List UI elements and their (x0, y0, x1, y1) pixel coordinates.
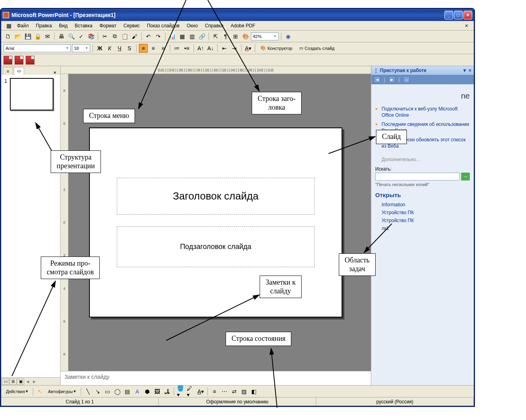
recent-link-1[interactable]: Устройство ПК (375, 209, 470, 217)
select-icon[interactable]: ↖ (36, 387, 44, 396)
menu-insert[interactable]: Вставка (72, 22, 96, 29)
notes-pane[interactable]: Заметки к слайду (61, 371, 371, 385)
aligncenter-icon[interactable]: ≡ (149, 44, 158, 53)
paste-icon[interactable]: 📋 (120, 32, 129, 41)
outline-tab[interactable]: ≡ (3, 67, 13, 75)
menu-format[interactable]: Формат (96, 22, 120, 29)
3d-icon[interactable]: ◧ (250, 387, 258, 396)
slide[interactable]: Заголовок слайда Подзаголовок слайда (89, 127, 342, 317)
shadow-icon[interactable]: S (125, 44, 134, 53)
new-icon[interactable]: 🗋 (4, 32, 12, 41)
clipart-icon[interactable]: 🖼 (153, 387, 161, 396)
line-icon[interactable]: ╲ (84, 387, 92, 396)
lineweight-icon[interactable]: ≡ (210, 387, 219, 396)
tp-link-connect[interactable]: Подключиться к веб-узлу Microsoft Office… (375, 105, 470, 120)
title-placeholder[interactable]: Заголовок слайда (117, 178, 315, 215)
mdi-close-button[interactable]: × (463, 22, 471, 30)
color-icon[interactable]: 🎨 (241, 32, 250, 41)
numbering-icon[interactable]: ≔ (173, 44, 181, 53)
incfont-icon[interactable]: A↑ (196, 44, 205, 53)
tables-borders-icon[interactable]: ▥ (188, 32, 196, 41)
search-go-button[interactable]: → (461, 173, 470, 181)
nav-left-icon[interactable]: ◄ (25, 379, 31, 384)
expand-icon[interactable]: ⇱ (211, 32, 220, 41)
alignright-icon[interactable]: ≡ (159, 44, 167, 53)
print-icon[interactable]: 🖶 (57, 32, 66, 41)
taskpane-back-button[interactable]: ◄ (374, 76, 381, 83)
wordart-icon[interactable]: A (133, 387, 142, 396)
fillcolor-icon[interactable]: 🪣▾ (177, 387, 185, 396)
bullets-icon[interactable]: •≡ (182, 44, 191, 53)
taskpane-home-button[interactable]: ⌂ (403, 76, 410, 83)
picture-icon[interactable]: 🏞 (163, 387, 171, 396)
menu-edit[interactable]: Правка (33, 22, 55, 29)
maximize-button[interactable]: □ (454, 11, 463, 19)
designer-button[interactable]: 🎨 Конструктор (258, 44, 295, 52)
drawing-actions-button[interactable]: Действия ▾ (4, 388, 30, 395)
permission-icon[interactable]: 🔒 (33, 32, 42, 41)
minimize-button[interactable]: _ (444, 11, 453, 19)
decfont-icon[interactable]: A↓ (206, 44, 215, 53)
research-icon[interactable]: 📚 (87, 32, 95, 41)
grid-icon[interactable]: ⊞ (231, 32, 240, 41)
diagram-icon[interactable]: ⬢ (143, 387, 152, 396)
table-icon[interactable]: ▦ (178, 32, 186, 41)
menu-slideshow[interactable]: Показ слайдов (144, 22, 183, 29)
pdf-icon-2[interactable] (15, 56, 23, 65)
save-icon[interactable]: 💾 (23, 32, 32, 41)
undo-icon[interactable]: ↶ (144, 32, 153, 41)
showhide-icon[interactable]: ¶ (221, 32, 230, 41)
normal-view-button[interactable]: ▭ (2, 378, 9, 385)
linestyle-icon[interactable]: ⋯ (220, 387, 229, 396)
shadow-style-icon[interactable]: ▨ (240, 387, 249, 396)
search-input[interactable] (375, 173, 460, 181)
app-menu-icon[interactable]: ▦ (4, 21, 13, 30)
close-button[interactable]: × (463, 11, 472, 19)
recent-link-3[interactable]: лк1 (375, 224, 470, 232)
italic-icon[interactable]: К (105, 44, 114, 53)
rectangle-icon[interactable]: ▭ (103, 387, 112, 396)
slideshow-view-button[interactable]: ▣ (17, 378, 24, 385)
font-combo[interactable]: Arial▼ (4, 44, 71, 52)
subtitle-placeholder[interactable]: Подзаголовок слайда (117, 226, 315, 267)
preview-icon[interactable]: 🔍 (67, 32, 76, 41)
copy-icon[interactable]: ⧉ (110, 32, 119, 41)
email-icon[interactable]: ✉ (43, 32, 52, 41)
menu-help[interactable]: Справка (202, 22, 227, 29)
arrow-icon[interactable]: ↘ (93, 387, 102, 396)
slide-thumbnail-1[interactable] (10, 78, 53, 110)
help-icon[interactable]: ◉ (284, 32, 292, 41)
textbox-icon[interactable]: ▤ (123, 387, 132, 396)
underline-icon[interactable]: Ч (115, 44, 124, 53)
slides-tab[interactable]: ▭ (14, 67, 24, 75)
pdf-icon-1[interactable] (4, 56, 12, 65)
open-icon[interactable]: 📂 (13, 32, 22, 41)
bold-icon[interactable]: Ж (95, 44, 104, 53)
spellcheck-icon[interactable]: ✓ (77, 32, 85, 41)
alignleft-icon[interactable]: ≡ (139, 44, 148, 53)
recent-link-2[interactable]: Устройство ПК (375, 217, 470, 224)
newslide-button[interactable]: ▭ Создать слайд (296, 44, 337, 52)
outline-close-button[interactable]: × (51, 70, 59, 75)
zoom-combo[interactable]: 42%▼ (251, 32, 279, 40)
taskpane-dropdown-icon[interactable]: ▼ (462, 68, 467, 73)
menu-tools[interactable]: Сервис (120, 22, 143, 29)
decindent-icon[interactable]: ⇤ (220, 44, 229, 53)
menu-window[interactable]: Окно (184, 22, 201, 29)
redo-icon[interactable]: ↷ (154, 32, 163, 41)
oval-icon[interactable]: ◯ (113, 387, 122, 396)
fontcolor-icon[interactable]: A▾ (244, 44, 253, 53)
tp-more-link[interactable]: Дополнительно... (382, 157, 470, 162)
incindent-icon[interactable]: ⇥ (230, 44, 239, 53)
cut-icon[interactable]: ✂ (101, 32, 109, 41)
fontsize-combo[interactable]: 18▼ (72, 44, 90, 52)
menu-view[interactable]: Вид (56, 22, 71, 29)
hyperlink-icon[interactable]: 🔗 (197, 32, 206, 41)
nav-right-icon[interactable]: ► (31, 379, 38, 384)
menu-file[interactable]: Файл (14, 22, 32, 29)
arrowstyle-icon[interactable]: ⇄ (230, 387, 239, 396)
formatpainter-icon[interactable]: 🖌 (130, 32, 139, 41)
linecolor-icon[interactable]: 🖊▾ (186, 387, 195, 396)
sorter-view-button[interactable]: ⊞ (9, 378, 17, 385)
pdf-icon-3[interactable] (26, 56, 34, 65)
